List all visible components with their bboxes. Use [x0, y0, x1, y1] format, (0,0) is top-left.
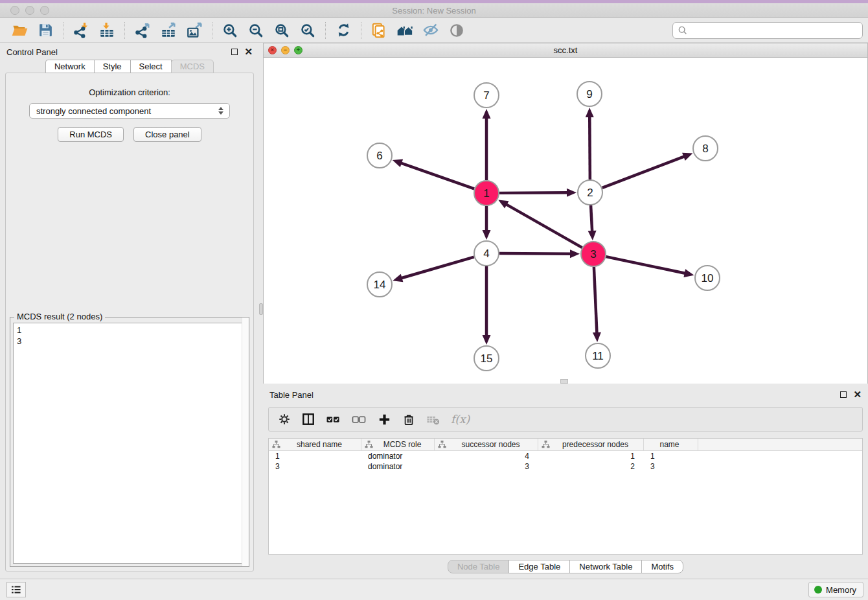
control-tab-select[interactable]: Select — [130, 60, 172, 73]
criterion-dropdown[interactable]: strongly connected component — [29, 103, 230, 119]
node-4[interactable]: 4 — [474, 241, 499, 266]
node-3[interactable]: 3 — [581, 242, 606, 266]
hide-graphics-details-button[interactable] — [418, 20, 444, 41]
edge-3-1[interactable] — [506, 204, 582, 248]
node-10[interactable]: 10 — [695, 266, 720, 290]
select-all-columns-button[interactable] — [326, 413, 341, 426]
node-9[interactable]: 9 — [577, 82, 602, 106]
zoom-out-button[interactable] — [243, 20, 269, 41]
network-resize-handle[interactable] — [560, 379, 568, 384]
zoom-in-button[interactable] — [217, 20, 243, 41]
node-6[interactable]: 6 — [367, 143, 392, 168]
network-graph[interactable]: 1234678910111415 — [264, 58, 867, 384]
table-tab-node-table[interactable]: Node Table — [448, 560, 510, 573]
search-input[interactable] — [688, 23, 862, 38]
add-column-button[interactable] — [378, 413, 391, 426]
run-mcds-button[interactable]: Run MCDS — [58, 127, 124, 142]
table-tab-edge-table[interactable]: Edge Table — [508, 560, 570, 573]
edge-2-3[interactable] — [591, 205, 592, 232]
open-session-button[interactable] — [6, 20, 32, 41]
split-columns-button[interactable] — [302, 413, 315, 426]
search-field[interactable] — [672, 22, 863, 39]
node-11[interactable]: 11 — [586, 343, 610, 368]
memory-button[interactable]: Memory — [808, 582, 863, 597]
delete-column-button[interactable] — [402, 413, 415, 426]
float-table-panel-icon[interactable] — [840, 391, 847, 398]
column-header-name[interactable]: name — [644, 439, 698, 450]
edge-2-8[interactable] — [602, 156, 685, 188]
table-tab-motifs[interactable]: Motifs — [641, 560, 683, 573]
table-row[interactable]: 3dominator323 — [269, 461, 862, 472]
column-header-predecessor-nodes[interactable]: predecessor nodes — [538, 439, 644, 450]
cell-shared-name[interactable]: 3 — [269, 461, 361, 472]
cell-successor-nodes[interactable]: 4 — [435, 451, 538, 461]
table-settings-button[interactable] — [278, 413, 291, 426]
export-image-button[interactable] — [181, 20, 207, 41]
refresh-styles-button[interactable] — [330, 20, 356, 41]
plus-icon — [378, 413, 391, 426]
edge-1-6[interactable] — [400, 163, 474, 189]
node-8[interactable]: 8 — [693, 136, 718, 161]
network-canvas[interactable]: 1234678910111415 — [264, 58, 867, 384]
column-header-mcds-role[interactable]: MCDS role — [361, 439, 435, 450]
edge-2-9[interactable] — [589, 116, 590, 179]
clone-network-button[interactable] — [366, 20, 392, 41]
unselect-all-columns-button[interactable] — [352, 413, 367, 426]
close-panel-icon[interactable]: ✕ — [244, 49, 253, 55]
edge-3-10[interactable] — [606, 257, 686, 273]
window-controls[interactable] — [10, 6, 49, 15]
edge-arrowhead — [682, 153, 692, 161]
cell-mcds-role[interactable]: dominator — [361, 461, 435, 472]
delete-table-button[interactable] — [426, 413, 440, 426]
node-14[interactable]: 14 — [367, 272, 392, 297]
import-table-button[interactable] — [94, 20, 120, 41]
cell-mcds-role[interactable]: dominator — [361, 451, 435, 461]
minimize-window-button[interactable] — [25, 6, 34, 15]
node-2[interactable]: 2 — [578, 180, 602, 205]
function-builder-button[interactable]: f(x) — [451, 413, 470, 426]
control-tab-network[interactable]: Network — [45, 60, 95, 73]
memory-status-icon — [814, 586, 822, 594]
result-scrollbar[interactable] — [242, 317, 249, 566]
network-maximize-button[interactable]: + — [294, 46, 303, 54]
attribute-tree-icon — [542, 441, 550, 448]
network-browser-button[interactable] — [392, 20, 418, 41]
export-table-button[interactable] — [155, 20, 181, 41]
column-header-shared-name[interactable]: shared name — [269, 439, 361, 450]
mcds-result-text[interactable]: 1 3 — [13, 323, 246, 564]
save-session-button[interactable] — [32, 20, 58, 41]
edge-4-14[interactable] — [401, 257, 474, 279]
table-body: 1dominator4113dominator323 — [269, 451, 862, 472]
control-tab-style[interactable]: Style — [94, 60, 131, 73]
close-table-panel-icon[interactable]: ✕ — [853, 391, 862, 398]
export-network-button[interactable] — [130, 20, 155, 41]
zoom-selected-button[interactable] — [295, 20, 321, 41]
edge-4-3[interactable] — [499, 253, 571, 254]
cell-successor-nodes[interactable]: 3 — [435, 461, 538, 472]
maximize-window-button[interactable] — [40, 6, 49, 15]
show-panels-button[interactable] — [6, 582, 26, 597]
network-minimize-button[interactable]: − — [281, 46, 290, 54]
network-close-button[interactable]: × — [268, 46, 277, 54]
column-header-successor-nodes[interactable]: successor nodes — [435, 439, 538, 450]
cell-predecessor-nodes[interactable]: 1 — [538, 451, 644, 461]
cell-shared-name[interactable]: 1 — [269, 451, 361, 461]
control-tab-mcds[interactable]: MCDS — [171, 60, 214, 73]
cell-name[interactable]: 1 — [644, 451, 698, 461]
table-row[interactable]: 1dominator411 — [269, 451, 862, 461]
cell-predecessor-nodes[interactable]: 2 — [538, 461, 644, 472]
node-1[interactable]: 1 — [474, 181, 499, 205]
import-network-button[interactable] — [68, 20, 94, 41]
network-window-titlebar[interactable]: × − + scc.txt — [264, 43, 867, 58]
show-graphics-details-button[interactable] — [444, 20, 470, 41]
node-15[interactable]: 15 — [474, 346, 499, 371]
cell-name[interactable]: 3 — [644, 461, 698, 472]
edge-3-11[interactable] — [594, 267, 597, 334]
close-panel-button[interactable]: Close panel — [133, 127, 201, 142]
float-panel-icon[interactable] — [231, 49, 238, 55]
edge-1-2[interactable] — [499, 192, 568, 193]
zoom-fit-button[interactable] — [269, 20, 295, 41]
table-tab-network-table[interactable]: Network Table — [569, 560, 642, 573]
close-window-button[interactable] — [10, 6, 19, 15]
node-7[interactable]: 7 — [474, 83, 499, 108]
